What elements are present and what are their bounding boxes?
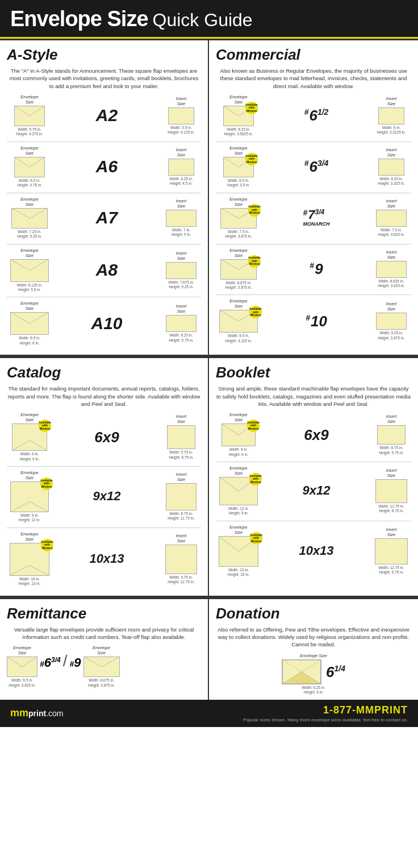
book6x9-label: 6x9 — [304, 427, 328, 442]
svg-line-2 — [15, 157, 30, 167]
svg-line-10 — [224, 106, 239, 116]
cat6x9-label: 6x9 — [94, 430, 119, 445]
cat-9x12-row: EnvelopeSize AvailablewithWindow Width: … — [7, 470, 201, 523]
svg-line-7 — [30, 260, 48, 271]
astyle-desc: The "A" in A-Style stands for Announceme… — [7, 67, 201, 90]
a10-insert — [166, 315, 197, 332]
header: Envelope Size Quick Guide — [0, 0, 418, 39]
mid-sections: Catalog The standard for mailing importa… — [0, 356, 418, 597]
book9x12-insert — [375, 479, 407, 503]
avail-badge: AvailablewithWindow — [249, 473, 262, 485]
donation-label: 61/4 — [326, 665, 345, 679]
svg-line-8 — [11, 313, 30, 323]
donation-title: Donation — [216, 605, 411, 622]
astyle-a2-row: EnvelopeSize Width: 5.75 in.Height: 4.37… — [7, 94, 201, 137]
comm-9-row: EnvelopeSize AvailablewithWindow Width: … — [216, 248, 411, 290]
svg-marker-36 — [283, 672, 321, 684]
a2-envelope — [14, 106, 45, 126]
astyle-a8-row: EnvelopeSize Width: 8.125 in.Height: 5.5… — [7, 248, 201, 293]
c6three-insert — [378, 159, 404, 176]
monarch-insert — [376, 210, 407, 227]
remittance-title: Remittance — [7, 605, 201, 622]
svg-line-12 — [224, 157, 239, 167]
book9x12-envelope: AvailablewithWindow — [219, 477, 258, 505]
a7-envelope — [11, 208, 48, 229]
c9-envelope: AvailablewithWindow — [220, 259, 257, 280]
astyle-a6-row: EnvelopeSize Width: 6.5 in.Height: 4.75 … — [7, 146, 201, 188]
book10x13-label: 10x13 — [299, 545, 333, 557]
book-9x12-row: EnvelopeSize AvailablewithWindow Width: … — [216, 466, 411, 516]
a7-insert — [166, 210, 197, 227]
donation-desc: Also referred to as Offering, Pew and Ti… — [216, 626, 411, 649]
astyle-section: A-Style The "A" in A-Style stands for An… — [0, 40, 209, 356]
commercial-section: Commercial Also known as Business or Reg… — [209, 40, 418, 356]
svg-line-0 — [15, 106, 30, 116]
book-10x13-row: EnvelopeSize AvailablewithWindow Width: … — [216, 525, 411, 578]
avail-badge: AvailablewithWindow — [41, 539, 53, 551]
svg-line-18 — [220, 310, 239, 321]
svg-line-33 — [22, 657, 37, 667]
ins-label: InsertSize — [176, 96, 187, 106]
catalog-title: Catalog — [7, 364, 201, 381]
cat6x9-insert — [167, 425, 195, 449]
comm-10-row: EnvelopeSize AvailablewithWindow Width: … — [216, 298, 411, 343]
avail-badge: AvailablewithWindow — [39, 420, 51, 432]
svg-line-9 — [30, 313, 48, 323]
svg-line-14 — [221, 209, 239, 218]
monarch-envelope: AvailablewithWindow — [220, 208, 257, 229]
book6x9-insert — [377, 425, 406, 445]
donation-section: Donation Also referred to as Offering, P… — [209, 599, 418, 700]
a6-size-label: A6 — [96, 158, 118, 175]
booklet-section: Booklet Strong and ample, these standard… — [209, 358, 418, 597]
catalog-section: Catalog The standard for mailing importa… — [0, 358, 209, 597]
booklet-title: Booklet — [216, 364, 411, 381]
logo-mm: mm — [10, 707, 28, 719]
bottom-sections: Remittance Versatile large flap envelope… — [0, 597, 418, 700]
svg-line-5 — [30, 209, 47, 218]
c10-label: #10 — [306, 314, 327, 329]
astyle-a7-row: EnvelopeSize Width: 7.25 in.Height: 5.25… — [7, 197, 201, 239]
rem-env1 — [7, 657, 37, 677]
donation-envelope — [282, 659, 321, 684]
avail-badge: AvailablewithWindow — [245, 102, 258, 114]
a7-size-label: A7 — [96, 209, 118, 226]
cat10x13-envelope: AvailablewithWindow — [10, 543, 49, 576]
a6-envelope — [14, 157, 45, 177]
c10-envelope: AvailablewithWindow — [219, 310, 258, 333]
cat-10x13-row: EnvelopeSize AvailablewithWindow Width: … — [7, 531, 201, 587]
commercial-title: Commercial — [216, 46, 411, 64]
footer-phone: 1-877-MMPRINT — [323, 704, 408, 716]
cat9x12-label: 9x12 — [93, 490, 121, 502]
logo-com: .com — [46, 709, 63, 718]
c9-label: #9 — [310, 261, 323, 276]
top-sections: A-Style The "A" in A-Style stands for An… — [0, 39, 418, 356]
svg-line-26 — [223, 424, 239, 435]
monarch-label: #73/4 MONARCH — [303, 209, 330, 226]
book-6x9-row: EnvelopeSize AvailablewithWindow Width: … — [216, 412, 411, 457]
c6half-label: #61/2 — [304, 108, 329, 123]
donation-row: Envelope Size 61/4 — [216, 653, 411, 695]
c9-insert — [376, 261, 407, 278]
a10-envelope — [10, 312, 49, 335]
svg-line-39 — [302, 660, 320, 672]
a2-env-dims: Width: 5.75 in.Height: 4.375 in. — [16, 127, 43, 137]
a2-size-label: A2 — [96, 107, 118, 124]
c6half-insert — [378, 107, 404, 124]
book10x13-envelope: AvailablewithWindow — [219, 536, 258, 567]
footer-logo[interactable]: mm print .com — [10, 707, 63, 719]
c6half-envelope: AvailablewithWindow — [223, 106, 254, 126]
book10x13-insert — [375, 538, 408, 564]
svg-line-23 — [30, 502, 48, 512]
title-light: Quick Guide — [153, 10, 253, 31]
footer: mm print .com 1-877-MMPRINT Popular size… — [0, 700, 418, 727]
cat-6x9-row: EnvelopeSize AvailablewithWindow Width: … — [7, 412, 201, 462]
cat6x9-envelope: AvailablewithWindow — [12, 423, 47, 451]
avail-badge: AvailablewithWindow — [40, 477, 53, 490]
a2-ins-dims: Width: 5.5 in.Height: 4.125 in. — [168, 126, 194, 135]
svg-line-1 — [30, 106, 44, 116]
svg-line-4 — [12, 209, 30, 218]
svg-line-32 — [8, 657, 23, 667]
footer-right: 1-877-MMPRINT Popular sizes shown. Many … — [243, 704, 408, 722]
svg-line-35 — [102, 657, 119, 667]
book6x9-envelope: AvailablewithWindow — [221, 423, 256, 446]
